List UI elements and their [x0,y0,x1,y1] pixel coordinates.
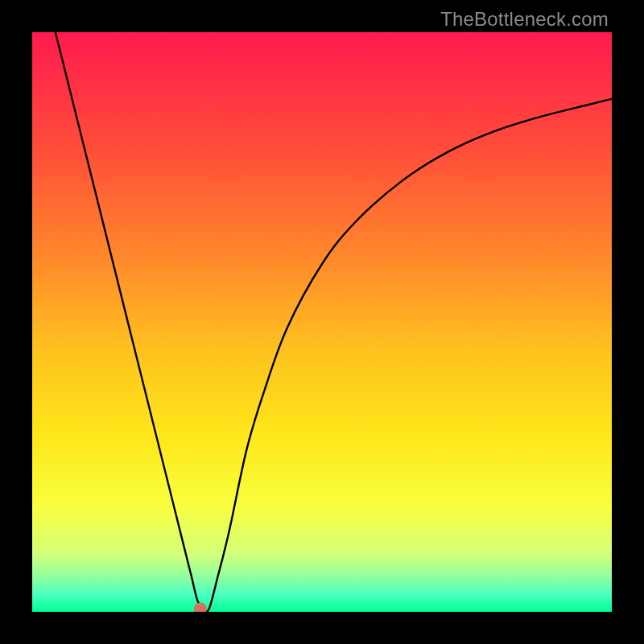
chart-background-gradient [32,32,612,612]
watermark-text: TheBottleneck.com [440,8,609,31]
bottleneck-chart [32,32,612,612]
chart-frame [32,32,612,612]
